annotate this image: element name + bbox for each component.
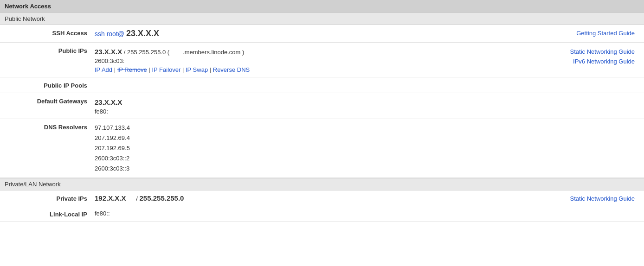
ssh-command: ssh root@ 23.X.X.X: [95, 30, 159, 38]
private-ips-links: Static Networking Guide: [542, 194, 644, 202]
link-local-ip-content: fe80::: [93, 210, 542, 217]
separator4: |: [210, 66, 213, 73]
public-ip-ipv6: 2600:3c03:: [95, 57, 542, 64]
public-ip-separator: /: [124, 49, 127, 56]
dns-resolvers-content: 97.107.133.4 207.192.69.4 207.192.69.5 2…: [93, 123, 542, 174]
public-ip-line1: 23.X.X.X / 255.255.255.0 ( .members.lino…: [95, 46, 542, 57]
ip-failover-link[interactable]: IP Failover: [152, 66, 180, 73]
default-gateways-row: Default Gateways 23.X.X.X fe80:: [0, 93, 644, 119]
private-static-networking-guide-link[interactable]: Static Networking Guide: [570, 195, 635, 202]
ssh-link[interactable]: ssh root@: [95, 30, 126, 38]
ssh-access-label: SSH Access: [0, 29, 93, 37]
separator1: |: [114, 66, 117, 73]
section-title: Network Access: [5, 3, 51, 10]
link-local-ip-value: fe80::: [95, 210, 110, 217]
dns-resolver-1: 97.107.133.4: [95, 123, 542, 133]
dns-resolver-4: 2600:3c03::2: [95, 153, 542, 164]
dns-resolvers-label: DNS Resolvers: [0, 123, 93, 131]
ssh-access-row: SSH Access ssh root@ 23.X.X.X Getting St…: [0, 25, 644, 43]
private-ip-address: 192.X.X.X: [95, 194, 126, 202]
public-network-subheader: Public Network: [0, 13, 644, 25]
ip-remove-link[interactable]: IP Remove: [117, 66, 147, 73]
private-ip-mask-end: 255.0: [167, 194, 184, 202]
private-ip-spacing: [128, 195, 134, 202]
public-ip-open-paren: (: [167, 49, 169, 56]
public-ip-pools-label: Public IP Pools: [0, 81, 93, 89]
default-gateways-label: Default Gateways: [0, 97, 93, 105]
ipv6-networking-guide-link[interactable]: IPv6 Networking Guide: [542, 57, 635, 67]
private-ip-mask: 255.255.: [140, 194, 167, 202]
dns-resolver-3: 207.192.69.5: [95, 143, 542, 153]
private-ip-sep: /: [136, 195, 138, 202]
dns-resolver-5: 2600:3c03::3: [95, 164, 542, 174]
public-ip-hostname: .members.linode.com: [183, 49, 240, 56]
ip-add-link[interactable]: IP Add: [95, 66, 112, 73]
gateway-ipv6: fe80:: [95, 108, 542, 115]
private-ips-row: Private IPs 192.X.X.X / 255.255.255.0 St…: [0, 190, 644, 206]
public-ips-links: Static Networking Guide IPv6 Networking …: [542, 46, 644, 67]
dns-resolvers-links: [542, 123, 644, 124]
public-ip-close-paren: ): [242, 49, 244, 56]
private-ips-label: Private IPs: [0, 194, 93, 202]
gateway-ipv4-line: 23.X.X.X: [95, 97, 542, 108]
public-ip-mask: 255.255.255.0: [127, 49, 166, 56]
public-ip-pools-links: [542, 81, 644, 82]
private-network-label: Private/LAN Network: [5, 181, 61, 188]
link-local-ip-links: [542, 210, 644, 211]
default-gateways-links: [542, 97, 644, 98]
section-header: Network Access: [0, 0, 644, 13]
network-access-section: Network Access Public Network SSH Access…: [0, 0, 644, 222]
ip-swap-link[interactable]: IP Swap: [186, 66, 208, 73]
ssh-ip: 23.X.X.X: [126, 29, 159, 38]
public-network-label: Public Network: [5, 15, 45, 22]
static-networking-guide-link[interactable]: Static Networking Guide: [542, 47, 635, 57]
gateway-ipv4: 23.X.X.X: [95, 98, 122, 106]
ssh-prefix: ssh root@: [95, 30, 124, 38]
public-ip-pools-row: Public IP Pools: [0, 77, 644, 93]
default-gateways-content: 23.X.X.X fe80:: [93, 97, 542, 115]
ip-actions: IP Add | IP Remove | IP Failover | IP Sw…: [95, 66, 542, 73]
public-ips-content: 23.X.X.X / 255.255.255.0 ( .members.lino…: [93, 46, 542, 73]
private-ips-content: 192.X.X.X / 255.255.255.0: [93, 194, 542, 202]
dns-resolvers-row: DNS Resolvers 97.107.133.4 207.192.69.4 …: [0, 119, 644, 178]
dns-resolver-2: 207.192.69.4: [95, 133, 542, 143]
ssh-access-content: ssh root@ 23.X.X.X: [93, 29, 542, 38]
public-ips-row: Public IPs 23.X.X.X / 255.255.255.0 ( .m…: [0, 43, 644, 77]
ssh-links: Getting Started Guide: [542, 29, 644, 37]
public-ips-label: Public IPs: [0, 46, 93, 54]
getting-started-guide-link[interactable]: Getting Started Guide: [576, 30, 635, 37]
private-network-subheader: Private/LAN Network: [0, 178, 644, 190]
link-local-ip-row: Link-Local IP fe80::: [0, 206, 644, 222]
public-ip-hostname-spacer: [171, 49, 181, 56]
reverse-dns-link[interactable]: Reverse DNS: [213, 66, 250, 73]
public-ip-address: 23.X.X.X: [95, 48, 122, 56]
private-ip-line: 192.X.X.X / 255.255.255.0: [95, 194, 542, 202]
link-local-ip-label: Link-Local IP: [0, 210, 93, 218]
separator3: |: [182, 66, 186, 73]
